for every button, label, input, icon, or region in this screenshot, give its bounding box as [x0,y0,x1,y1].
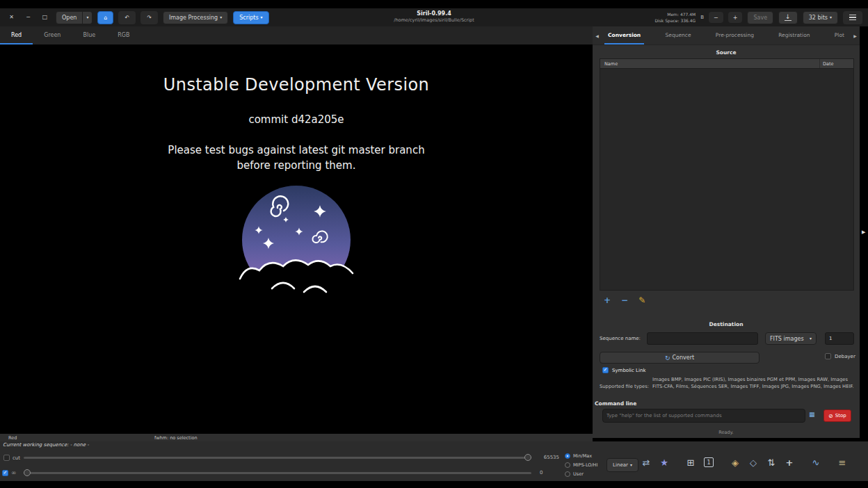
undo-button[interactable]: ↶ [118,11,136,24]
slider-track [24,472,531,474]
tab-rgb[interactable]: RGB [106,26,140,44]
tabs-scroll-right-icon[interactable]: ▶ [851,26,860,44]
radio-mips[interactable]: MIPS-LO/HI [565,460,597,469]
image-processing-button[interactable]: Image Processing ▾ [163,11,228,24]
header-bar: ✕ − □ Open ▾ ⌂ ↶ ↷ Image Processing ▾ Sc… [0,8,868,26]
hamburger-icon [849,15,856,21]
close-icon[interactable]: ✕ [6,8,17,26]
photometry-icon[interactable]: ◈ [726,453,744,472]
symbolic-link-label: Symbolic Link [612,368,645,373]
menu-button[interactable] [843,11,862,24]
column-date[interactable]: Date [820,59,853,68]
open-button-group: Open ▾ [56,11,93,24]
note-line-2: before reporting them. [0,158,593,173]
tab-sequence[interactable]: Sequence [662,26,695,44]
scripts-label: Scripts [239,15,258,21]
slider-handle[interactable] [524,454,531,461]
column-name[interactable]: Name [600,59,820,68]
start-index-input[interactable] [825,332,854,345]
home-button[interactable]: ⌂ [97,11,113,24]
chevron-down-icon: ▾ [220,15,222,19]
output-format-select[interactable]: FITS images ▾ [765,332,817,345]
link-icon[interactable]: ∞ [11,469,17,476]
brush-icon: ✎ [638,295,645,305]
sequence-name-input[interactable] [647,332,758,345]
dev-version-title: Unstable Development Version [0,75,593,95]
save-button[interactable]: Save [747,11,773,24]
sort-frames-icon[interactable]: ⇅ [762,453,780,472]
bit-depth-select[interactable]: 32 bits ▾ [803,11,838,24]
console-icon[interactable]: ▦ [809,411,815,418]
destination-title: Destination [593,321,860,327]
tab-red[interactable]: Red [0,26,33,44]
dev-version-note: Please test bugs against latest git mast… [0,143,593,173]
single-frame-icon[interactable]: 1 [700,453,718,472]
convert-button[interactable]: ↻ Convert [600,352,760,364]
panel-tabs: Conversion Sequence Pre-processing Regis… [602,26,851,44]
lo-cutoff-row: ✓ ∞ 0 [0,469,565,478]
tab-blue[interactable]: Blue [72,26,106,44]
chevron-down-icon: ▾ [630,463,632,467]
scripts-button[interactable]: Scripts ▾ [233,11,268,24]
debayer-option[interactable]: Debayer [825,353,855,359]
cut-checkbox[interactable] [3,455,10,461]
tabs-scroll-left-icon[interactable]: ◀ [593,26,602,44]
minimize-icon[interactable]: − [22,8,34,26]
redo-icon: ↷ [147,15,152,21]
radio-minmax[interactable]: Min/Max [565,451,597,460]
crosshair-icon[interactable]: + [780,453,798,472]
lo-cutoff-value: 0 [540,470,542,475]
grid-view-icon[interactable]: ⊞ [682,453,700,472]
hi-cutoff-slider[interactable] [24,454,531,462]
save-as-button[interactable]: ↓ [778,11,798,24]
add-files-button[interactable]: + [604,296,611,304]
open-button[interactable]: Open [56,11,83,24]
maximize-icon[interactable]: □ [39,8,51,26]
image-compare-icon[interactable]: ⇄ [637,453,655,472]
status-fwhm: fwhm: no selection [154,435,198,441]
symbolic-link-option[interactable]: ✓ Symbolic Link [602,367,645,373]
viewer-status-bar: Red fwhm: no selection [0,434,593,441]
tab-pre-processing[interactable]: Pre-processing [712,26,757,44]
radio-user[interactable]: User [565,469,597,478]
quick-photometry-icon[interactable]: ◇ [744,453,762,472]
frame-list-icon[interactable]: ≡ [833,453,851,472]
display-checkbox[interactable]: ✓ [2,470,8,476]
undo-icon: ↶ [124,15,129,21]
display-mode-select[interactable]: Linear ▾ [606,458,638,472]
panel-expand-icon[interactable]: ▶ [862,229,865,235]
command-input[interactable] [602,409,805,423]
open-dropdown-button[interactable]: ▾ [83,11,93,24]
convert-icon: ↻ [665,355,670,361]
remove-files-button[interactable]: − [621,296,628,304]
zoom-in-button[interactable]: + [728,12,743,23]
tab-conversion[interactable]: Conversion [604,26,644,44]
image-canvas[interactable]: Unstable Development Version commit d42a… [0,44,593,434]
redo-button[interactable]: ↷ [140,11,158,24]
stop-label: Stop [835,413,846,418]
tab-registration[interactable]: Registration [775,26,813,44]
commit-hash: commit d42a205e [0,113,593,126]
slider-handle[interactable] [24,469,31,476]
star-detection-icon[interactable]: ★ [655,453,673,472]
symbolic-link-checkbox[interactable]: ✓ [602,367,609,373]
frame-number: 1 [704,457,714,467]
tab-green[interactable]: Green [33,26,72,44]
stop-button[interactable]: ⊘ Stop [823,409,851,422]
radio-user-label: User [573,471,584,477]
debayer-checkbox[interactable] [825,353,831,359]
tab-plot[interactable]: Plot [831,26,848,44]
zoom-out-button[interactable]: − [709,12,723,23]
command-line-title: Command line [595,400,636,407]
clear-list-button[interactable]: ✎ [638,296,645,304]
lo-cutoff-slider[interactable] [24,469,531,477]
debayer-label: Debayer [835,354,855,359]
sequence-name-label: Sequence name: [600,336,641,341]
source-file-list[interactable]: Name Date [600,58,854,291]
panel-tab-bar: ◀ Conversion Sequence Pre-processing Reg… [593,26,860,45]
histogram-icon[interactable]: ∿ [807,453,825,472]
convert-label: Convert [672,355,694,361]
note-line-1: Please test bugs against latest git mast… [0,143,593,158]
supported-types-text: Images BMP, Images PIC (IRIS), Images bi… [652,376,855,390]
scaling-radio-group: Min/Max MIPS-LO/HI User [565,451,597,478]
